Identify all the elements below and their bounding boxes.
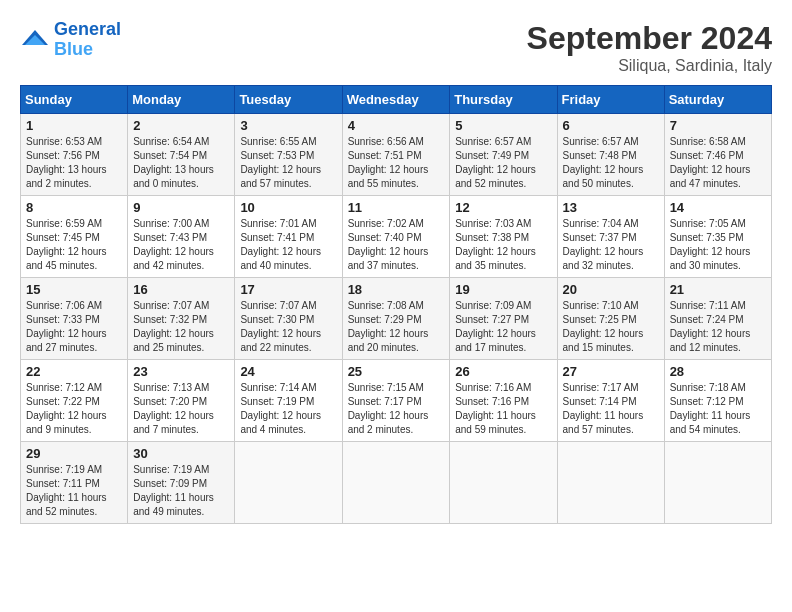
- day-info: Sunrise: 7:06 AM Sunset: 7:33 PM Dayligh…: [26, 299, 122, 355]
- logo-line1: General: [54, 19, 121, 39]
- weekday-header-monday: Monday: [128, 86, 235, 114]
- day-info: Sunrise: 6:54 AM Sunset: 7:54 PM Dayligh…: [133, 135, 229, 191]
- calendar-week-row: 22Sunrise: 7:12 AM Sunset: 7:22 PM Dayli…: [21, 360, 772, 442]
- day-info: Sunrise: 6:59 AM Sunset: 7:45 PM Dayligh…: [26, 217, 122, 273]
- calendar-cell: 2Sunrise: 6:54 AM Sunset: 7:54 PM Daylig…: [128, 114, 235, 196]
- calendar-cell: 5Sunrise: 6:57 AM Sunset: 7:49 PM Daylig…: [450, 114, 557, 196]
- calendar-week-row: 1Sunrise: 6:53 AM Sunset: 7:56 PM Daylig…: [21, 114, 772, 196]
- calendar-cell: [342, 442, 450, 524]
- logo: General Blue: [20, 20, 121, 60]
- day-info: Sunrise: 6:55 AM Sunset: 7:53 PM Dayligh…: [240, 135, 336, 191]
- day-info: Sunrise: 7:05 AM Sunset: 7:35 PM Dayligh…: [670, 217, 766, 273]
- calendar-cell: 6Sunrise: 6:57 AM Sunset: 7:48 PM Daylig…: [557, 114, 664, 196]
- title-section: September 2024 Siliqua, Sardinia, Italy: [527, 20, 772, 75]
- month-title: September 2024: [527, 20, 772, 57]
- calendar-week-row: 29Sunrise: 7:19 AM Sunset: 7:11 PM Dayli…: [21, 442, 772, 524]
- day-number: 10: [240, 200, 336, 215]
- day-number: 17: [240, 282, 336, 297]
- calendar-cell: 9Sunrise: 7:00 AM Sunset: 7:43 PM Daylig…: [128, 196, 235, 278]
- day-number: 3: [240, 118, 336, 133]
- day-info: Sunrise: 7:09 AM Sunset: 7:27 PM Dayligh…: [455, 299, 551, 355]
- day-info: Sunrise: 7:17 AM Sunset: 7:14 PM Dayligh…: [563, 381, 659, 437]
- calendar-cell: 3Sunrise: 6:55 AM Sunset: 7:53 PM Daylig…: [235, 114, 342, 196]
- day-number: 26: [455, 364, 551, 379]
- day-info: Sunrise: 7:18 AM Sunset: 7:12 PM Dayligh…: [670, 381, 766, 437]
- calendar-week-row: 15Sunrise: 7:06 AM Sunset: 7:33 PM Dayli…: [21, 278, 772, 360]
- day-number: 27: [563, 364, 659, 379]
- day-info: Sunrise: 7:03 AM Sunset: 7:38 PM Dayligh…: [455, 217, 551, 273]
- calendar-cell: 28Sunrise: 7:18 AM Sunset: 7:12 PM Dayli…: [664, 360, 771, 442]
- calendar-cell: [450, 442, 557, 524]
- calendar-cell: 21Sunrise: 7:11 AM Sunset: 7:24 PM Dayli…: [664, 278, 771, 360]
- calendar-cell: 10Sunrise: 7:01 AM Sunset: 7:41 PM Dayli…: [235, 196, 342, 278]
- calendar-cell: 29Sunrise: 7:19 AM Sunset: 7:11 PM Dayli…: [21, 442, 128, 524]
- calendar-cell: 4Sunrise: 6:56 AM Sunset: 7:51 PM Daylig…: [342, 114, 450, 196]
- day-info: Sunrise: 6:58 AM Sunset: 7:46 PM Dayligh…: [670, 135, 766, 191]
- day-number: 24: [240, 364, 336, 379]
- page-header: General Blue September 2024 Siliqua, Sar…: [20, 20, 772, 75]
- weekday-header-thursday: Thursday: [450, 86, 557, 114]
- day-number: 1: [26, 118, 122, 133]
- location-title: Siliqua, Sardinia, Italy: [527, 57, 772, 75]
- day-number: 6: [563, 118, 659, 133]
- logo-icon: [20, 25, 50, 55]
- day-number: 28: [670, 364, 766, 379]
- day-info: Sunrise: 7:11 AM Sunset: 7:24 PM Dayligh…: [670, 299, 766, 355]
- calendar-cell: 19Sunrise: 7:09 AM Sunset: 7:27 PM Dayli…: [450, 278, 557, 360]
- day-number: 22: [26, 364, 122, 379]
- calendar-cell: 1Sunrise: 6:53 AM Sunset: 7:56 PM Daylig…: [21, 114, 128, 196]
- day-info: Sunrise: 7:16 AM Sunset: 7:16 PM Dayligh…: [455, 381, 551, 437]
- day-number: 13: [563, 200, 659, 215]
- day-number: 25: [348, 364, 445, 379]
- day-number: 18: [348, 282, 445, 297]
- day-info: Sunrise: 7:14 AM Sunset: 7:19 PM Dayligh…: [240, 381, 336, 437]
- calendar-cell: 30Sunrise: 7:19 AM Sunset: 7:09 PM Dayli…: [128, 442, 235, 524]
- calendar-cell: 18Sunrise: 7:08 AM Sunset: 7:29 PM Dayli…: [342, 278, 450, 360]
- calendar-cell: 24Sunrise: 7:14 AM Sunset: 7:19 PM Dayli…: [235, 360, 342, 442]
- day-info: Sunrise: 6:57 AM Sunset: 7:49 PM Dayligh…: [455, 135, 551, 191]
- calendar-cell: 13Sunrise: 7:04 AM Sunset: 7:37 PM Dayli…: [557, 196, 664, 278]
- calendar-cell: 15Sunrise: 7:06 AM Sunset: 7:33 PM Dayli…: [21, 278, 128, 360]
- day-number: 5: [455, 118, 551, 133]
- weekday-header-friday: Friday: [557, 86, 664, 114]
- day-number: 20: [563, 282, 659, 297]
- weekday-header-wednesday: Wednesday: [342, 86, 450, 114]
- day-info: Sunrise: 6:53 AM Sunset: 7:56 PM Dayligh…: [26, 135, 122, 191]
- calendar-cell: 20Sunrise: 7:10 AM Sunset: 7:25 PM Dayli…: [557, 278, 664, 360]
- calendar-cell: 7Sunrise: 6:58 AM Sunset: 7:46 PM Daylig…: [664, 114, 771, 196]
- day-info: Sunrise: 7:12 AM Sunset: 7:22 PM Dayligh…: [26, 381, 122, 437]
- day-number: 23: [133, 364, 229, 379]
- day-info: Sunrise: 7:19 AM Sunset: 7:11 PM Dayligh…: [26, 463, 122, 519]
- logo-text: General Blue: [54, 20, 121, 60]
- calendar-cell: 14Sunrise: 7:05 AM Sunset: 7:35 PM Dayli…: [664, 196, 771, 278]
- day-info: Sunrise: 6:56 AM Sunset: 7:51 PM Dayligh…: [348, 135, 445, 191]
- calendar-cell: 11Sunrise: 7:02 AM Sunset: 7:40 PM Dayli…: [342, 196, 450, 278]
- calendar-cell: 25Sunrise: 7:15 AM Sunset: 7:17 PM Dayli…: [342, 360, 450, 442]
- day-number: 30: [133, 446, 229, 461]
- day-info: Sunrise: 7:02 AM Sunset: 7:40 PM Dayligh…: [348, 217, 445, 273]
- calendar-cell: 26Sunrise: 7:16 AM Sunset: 7:16 PM Dayli…: [450, 360, 557, 442]
- weekday-header-saturday: Saturday: [664, 86, 771, 114]
- day-info: Sunrise: 7:00 AM Sunset: 7:43 PM Dayligh…: [133, 217, 229, 273]
- day-info: Sunrise: 7:01 AM Sunset: 7:41 PM Dayligh…: [240, 217, 336, 273]
- day-info: Sunrise: 7:19 AM Sunset: 7:09 PM Dayligh…: [133, 463, 229, 519]
- day-number: 29: [26, 446, 122, 461]
- day-number: 2: [133, 118, 229, 133]
- calendar-cell: 22Sunrise: 7:12 AM Sunset: 7:22 PM Dayli…: [21, 360, 128, 442]
- calendar-cell: 17Sunrise: 7:07 AM Sunset: 7:30 PM Dayli…: [235, 278, 342, 360]
- day-info: Sunrise: 7:07 AM Sunset: 7:32 PM Dayligh…: [133, 299, 229, 355]
- day-info: Sunrise: 7:04 AM Sunset: 7:37 PM Dayligh…: [563, 217, 659, 273]
- day-info: Sunrise: 6:57 AM Sunset: 7:48 PM Dayligh…: [563, 135, 659, 191]
- day-number: 8: [26, 200, 122, 215]
- calendar-cell: [557, 442, 664, 524]
- day-number: 16: [133, 282, 229, 297]
- calendar-cell: 12Sunrise: 7:03 AM Sunset: 7:38 PM Dayli…: [450, 196, 557, 278]
- day-number: 9: [133, 200, 229, 215]
- day-info: Sunrise: 7:07 AM Sunset: 7:30 PM Dayligh…: [240, 299, 336, 355]
- calendar-cell: 8Sunrise: 6:59 AM Sunset: 7:45 PM Daylig…: [21, 196, 128, 278]
- calendar-cell: 27Sunrise: 7:17 AM Sunset: 7:14 PM Dayli…: [557, 360, 664, 442]
- day-number: 15: [26, 282, 122, 297]
- weekday-header-tuesday: Tuesday: [235, 86, 342, 114]
- calendar-cell: [235, 442, 342, 524]
- calendar-table: SundayMondayTuesdayWednesdayThursdayFrid…: [20, 85, 772, 524]
